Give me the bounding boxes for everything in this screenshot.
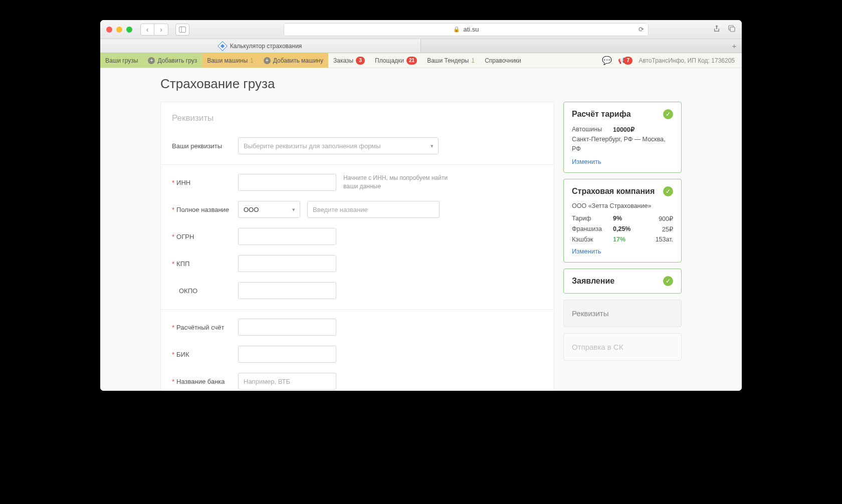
back-button[interactable]: ‹ xyxy=(140,24,154,36)
tab-empty-area xyxy=(421,39,727,53)
label-full-name: Полное название xyxy=(176,206,229,213)
minimize-window-button[interactable] xyxy=(116,27,122,33)
form-panel: Реквизиты Ваши реквизиты *ИНН Начните с … xyxy=(160,102,554,391)
window-controls xyxy=(106,27,132,33)
plus-icon: + xyxy=(148,57,155,64)
card-requisites[interactable]: Реквизиты xyxy=(563,300,682,327)
row-account: *Расчётный счёт xyxy=(172,319,543,336)
lock-icon: 🔒 xyxy=(453,26,460,33)
nav-your-cargo[interactable]: Ваши грузы xyxy=(100,53,143,68)
row-bank-name: *Название банка xyxy=(172,373,543,390)
chat-icon[interactable]: 💬 xyxy=(602,56,612,65)
row-full-name: *Полное название xyxy=(172,201,543,218)
row-bik: *БИК xyxy=(172,346,543,363)
okpo-input[interactable] xyxy=(238,282,336,299)
label-bik: БИК xyxy=(176,351,189,358)
nav-references[interactable]: Справочники xyxy=(480,53,526,68)
svg-rect-3 xyxy=(730,27,735,32)
close-window-button[interactable] xyxy=(106,27,112,33)
zoom-window-button[interactable] xyxy=(126,27,132,33)
org-name-input[interactable] xyxy=(307,201,440,218)
notifications-button[interactable]: 📢 7 xyxy=(618,57,633,65)
browser-window: ‹ › 🔒 ati.su ⟳ Калькулятор страхования +… xyxy=(100,20,742,391)
inn-hint: Начните с ИНН, мы попробуем найти ваши д… xyxy=(343,174,454,191)
sites-badge: 21 xyxy=(406,57,417,65)
section-title: Реквизиты xyxy=(172,113,543,123)
page-body: Страхование груза Реквизиты Ваши реквизи… xyxy=(100,68,742,391)
row-kpp: *КПП xyxy=(172,255,543,272)
org-type-select[interactable] xyxy=(238,201,300,218)
row-inn: *ИНН Начните с ИНН, мы попробуем найти в… xyxy=(172,174,543,191)
label-bank-name: Название банка xyxy=(176,378,225,385)
reload-button[interactable]: ⟳ xyxy=(639,26,644,33)
company-cashback-r: 153ат. xyxy=(656,236,673,243)
company-tariff-k: Тариф xyxy=(572,215,609,222)
nav-orders[interactable]: Заказы3 xyxy=(328,53,370,68)
tariff-change-link[interactable]: Изменить xyxy=(572,158,601,165)
label-account: Расчётный счёт xyxy=(176,324,225,331)
browser-titlebar: ‹ › 🔒 ati.su ⟳ xyxy=(100,20,742,39)
card-tariff-title: Расчёт тарифа xyxy=(572,110,631,119)
sidebar-toggle-button[interactable] xyxy=(175,24,189,36)
label-your-requisites: Ваши реквизиты xyxy=(172,142,222,150)
sidebar: Расчёт тарифа ✓ Автошины 10000 Санкт-Пет… xyxy=(563,102,682,361)
tab-title: Калькулятор страхования xyxy=(230,43,302,50)
card-tariff: Расчёт тарифа ✓ Автошины 10000 Санкт-Пет… xyxy=(563,102,682,173)
site-topbar: Ваши грузы +Добавить груз Ваши машины1 +… xyxy=(100,53,742,68)
forward-button[interactable]: › xyxy=(154,24,168,36)
tab-favicon xyxy=(218,41,228,51)
tabs-button[interactable] xyxy=(728,25,736,35)
tariff-cargo-label: Автошины xyxy=(572,126,609,133)
company-change-link[interactable]: Изменить xyxy=(572,247,601,255)
company-cashback-k: Кэшбэк xyxy=(572,236,609,243)
row-okpo: ОКПО xyxy=(172,282,543,299)
card-send: Отправка в СК xyxy=(563,333,682,361)
bank-name-input[interactable] xyxy=(238,373,336,390)
company-name: ООО «Зетта Страхование» xyxy=(572,201,673,211)
row-your-requisites: Ваши реквизиты xyxy=(172,137,543,154)
share-button[interactable] xyxy=(713,25,721,35)
card-company-title: Страховая компания xyxy=(572,187,655,196)
user-info[interactable]: АвтоТрансИнфо, ИП Код: 1736205 xyxy=(639,57,735,64)
site-topbar-right: 💬 📢 7 АвтоТрансИнфо, ИП Код: 1736205 xyxy=(595,53,742,68)
nav-add-cargo[interactable]: +Добавить груз xyxy=(143,53,202,68)
url-bar[interactable]: 🔒 ati.su ⟳ xyxy=(284,23,649,36)
card-send-title: Отправка в СК xyxy=(572,343,623,351)
page-title: Страхование груза xyxy=(160,76,682,92)
label-okpo: ОКПО xyxy=(179,287,197,295)
kpp-input[interactable] xyxy=(238,255,336,272)
label-ogrn: ОГРН xyxy=(176,233,194,240)
svg-rect-0 xyxy=(179,27,186,32)
orders-badge: 3 xyxy=(356,57,365,65)
nav-add-vehicle[interactable]: +Добавить машину xyxy=(259,53,328,68)
card-company: Страховая компания ✓ ООО «Зетта Страхова… xyxy=(563,179,682,263)
row-ogrn: *ОГРН xyxy=(172,228,543,245)
your-requisites-select[interactable] xyxy=(238,137,439,154)
tariff-cargo-value: 10000 xyxy=(613,126,635,133)
account-input[interactable] xyxy=(238,319,336,336)
toolbar-right xyxy=(713,25,736,35)
bik-input[interactable] xyxy=(238,346,336,363)
ogrn-input[interactable] xyxy=(238,228,336,245)
company-franchise-k: Франшиза xyxy=(572,225,609,233)
card-application[interactable]: Заявление ✓ xyxy=(563,269,682,294)
company-tariff-r: 900 xyxy=(659,215,673,222)
browser-tab-bar: Калькулятор страхования + xyxy=(100,39,742,53)
nav-your-vehicles[interactable]: Ваши машины1 xyxy=(202,53,259,68)
url-host: ati.su xyxy=(463,26,479,33)
card-application-title: Заявление xyxy=(572,277,614,286)
nav-tenders[interactable]: Ваши Тендеры1 xyxy=(422,53,480,68)
label-inn: ИНН xyxy=(176,179,190,186)
nav-sites[interactable]: Площадки21 xyxy=(370,53,422,68)
browser-tab[interactable]: Калькулятор страхования xyxy=(100,39,421,53)
card-requisites-title: Реквизиты xyxy=(572,309,609,318)
site-topbar-left: Ваши грузы +Добавить груз Ваши машины1 +… xyxy=(100,53,526,68)
check-icon: ✓ xyxy=(663,276,673,286)
check-icon: ✓ xyxy=(663,186,673,196)
check-icon: ✓ xyxy=(663,109,673,119)
company-franchise-r: 25 xyxy=(662,225,673,233)
inn-input[interactable] xyxy=(238,174,336,191)
new-tab-button[interactable]: + xyxy=(727,39,742,53)
label-kpp: КПП xyxy=(176,260,189,268)
company-franchise-v: 0,25% xyxy=(613,225,630,233)
